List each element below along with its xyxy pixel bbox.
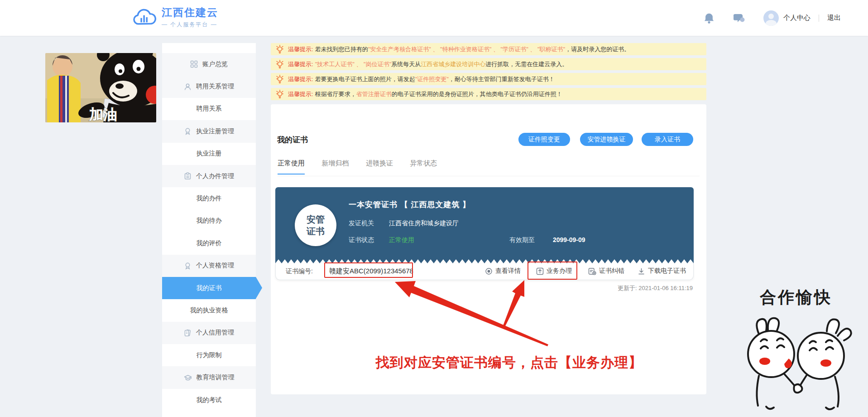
sidebar-item-label: 我的待办 [197, 217, 222, 225]
tip-label: 温馨提示: [288, 90, 313, 98]
eye-icon [485, 267, 493, 275]
tip-banner: 温馨提示: 根据省厅要求， 省管注册证书 的电子证书采用的是身份证照片，其他类电… [271, 88, 706, 100]
cert-number-value: 赣建安ABC(2099)12345678 [329, 267, 413, 276]
sidebar-item-label: 聘用关系 [197, 105, 222, 113]
badge-icon [184, 127, 192, 135]
sidebar-item-practice-reg-mgmt[interactable]: 执业注册管理 [162, 120, 256, 142]
cert-correction-action[interactable]: 证书纠错 [588, 267, 624, 275]
logo-subtitle: — 个人服务平台 — [162, 21, 218, 29]
sidebar-item-employment[interactable]: 聘用关系 [162, 98, 256, 120]
validity-row: 有效期至 2099-09-09 [509, 236, 585, 244]
certificate-title: 一本安管证书 【 江西思文建筑 】 [349, 199, 470, 210]
lightbulb-icon [276, 45, 283, 54]
tip-text: ，请及时录入您的证书。 [565, 45, 630, 53]
sidebar-item-label: 个人资格管理 [196, 262, 234, 270]
sidebar-item-my-certificates[interactable]: 我的证书 [162, 277, 256, 299]
certificate-badge: 安管 证书 [295, 204, 336, 246]
mascot-caption: 合作愉快 [737, 286, 855, 309]
valid-label: 有效期至 [509, 236, 551, 244]
tip-text: 若未找到您已持有的 [315, 45, 368, 53]
top-header: 江西住建云 — 个人服务平台 — 个人中心 退出 [0, 0, 868, 36]
issuer-row: 发证机关 江西省住房和城乡建设厅 [349, 219, 459, 228]
avatar[interactable] [763, 10, 779, 26]
sidebar-item-qualification-mgmt[interactable]: 个人资格管理 [162, 255, 256, 277]
tab-normal-use[interactable]: 正常使用 [278, 159, 305, 175]
upload-icon [536, 267, 544, 275]
mascot-block: 合作愉快 [737, 286, 855, 417]
sidebar-item-education-training-mgmt[interactable]: 教育培训管理 [162, 366, 256, 388]
tip-banner: 温馨提示: "技术工人证书" 、 "岗位证书" 系统每天从 江西省城乡建设培训中… [271, 58, 706, 70]
annotation-text: 找到对应安管证书编号，点击【业务办理】 [376, 354, 643, 372]
sidebar-item-my-cases[interactable]: 我的办件 [162, 187, 256, 209]
sidebar-item-credit-mgmt[interactable]: 个人信用管理 [162, 322, 256, 344]
person-icon [184, 83, 192, 91]
view-details-action[interactable]: 查看详情 [485, 267, 521, 275]
notification-bell-icon[interactable] [704, 13, 715, 24]
certificate-tabs: 正常使用 新增归档 进赣换证 异常状态 [278, 159, 700, 176]
action-label: 下载电子证书 [648, 267, 686, 275]
tip-text: 进行抓取，无需在住建云录入。 [485, 60, 568, 68]
certificate-action-bar: 证书编号: 赣建安ABC(2099)12345678 查看详情 业务办理 证书纠… [275, 263, 694, 280]
tip-text: 若要更换电子证书上面的照片，请发起 [315, 75, 415, 83]
sidebar-item-my-evaluation[interactable]: 我的评价 [162, 232, 256, 254]
app-logo[interactable]: 江西住建云 — 个人服务平台 — [133, 5, 218, 29]
message-icon[interactable] [734, 13, 744, 24]
sidebar-item-label: 个人信用管理 [196, 329, 234, 337]
tip-highlight: "安全生产考核合格证书" 、 "特种作业资格证书" 、 "学历证书" 、 "职称… [368, 45, 566, 53]
tips-list: 温馨提示: 若未找到您已持有的 "安全生产考核合格证书" 、 "特种作业资格证书… [271, 43, 706, 103]
tip-text: 根据省厅要求， [315, 90, 356, 98]
tip-label: 温馨提示: [288, 75, 313, 83]
graduation-cap-icon [184, 374, 192, 382]
valid-value: 2099-09-09 [553, 236, 585, 243]
tip-text: 的电子证书采用的是身份证照片，其他类电子证书仍沿用证件照！ [392, 90, 562, 98]
sidebar-item-my-practice-qualifications[interactable]: 我的执业资格 [162, 299, 256, 321]
tab-abnormal[interactable]: 异常状态 [410, 159, 437, 174]
tip-text: ，耐心等待主管部门重新签发电子证书！ [449, 75, 555, 83]
sidebar-item-account-overview[interactable]: 账户总览 [162, 53, 256, 75]
cert-number-label: 证书编号: [286, 267, 313, 276]
enter-certificate-button[interactable]: 录入证书 [642, 133, 693, 146]
badge-text: 证书 [307, 225, 325, 237]
sidebar-item-personal-cases-mgmt[interactable]: 个人办件管理 [162, 165, 256, 187]
sidebar-item-label: 执业注册管理 [196, 127, 234, 136]
page: 江西住建云 — 个人服务平台 — 个人中心 退出 [0, 0, 868, 417]
sidebar-item-label: 个人办件管理 [196, 172, 234, 180]
tip-org-link: 江西省城乡建设培训中心 [421, 60, 485, 68]
books-icon [184, 329, 192, 337]
mascot-illustration [737, 311, 855, 416]
badge-icon [184, 262, 192, 270]
logo-title: 江西住建云 [162, 5, 218, 19]
license-exchange-button[interactable]: 安管进赣换证 [580, 133, 633, 146]
sidebar-item-label: 我的证书 [197, 284, 222, 292]
tip-text: 系统每天从 [391, 60, 421, 68]
certificate-card: 安管 证书 一本安管证书 【 江西思文建筑 】 发证机关 江西省住房和城乡建设厅… [275, 187, 694, 259]
tab-new-archive[interactable]: 新增归档 [321, 159, 349, 174]
certificates-panel: 我的证书 证件照变更 安管进赣换证 录入证书 正常使用 新增归档 进赣换证 异常… [271, 104, 706, 394]
tab-exchange[interactable]: 进赣换证 [366, 159, 393, 174]
sidebar-item-label: 我的执业资格 [190, 306, 228, 315]
sidebar-item-practice-reg[interactable]: 执业注册 [162, 143, 256, 165]
sidebar-item-my-exams[interactable]: 我的考试 [162, 389, 256, 411]
lightbulb-icon [276, 75, 283, 84]
business-handle-action[interactable]: 业务办理 [536, 267, 572, 275]
sidebar-item-label: 我的办件 [197, 194, 222, 203]
logout-link[interactable]: 退出 [827, 14, 841, 22]
status-label: 证书状态 [349, 236, 387, 244]
tip-banner: 温馨提示: 若要更换电子证书上面的照片，请发起 "证件照变更" ，耐心等待主管部… [271, 73, 706, 85]
sidebar-item-label: 行为限制 [197, 351, 222, 359]
user-center-link[interactable]: 个人中心 [783, 14, 810, 22]
page-title: 我的证书 [277, 135, 308, 145]
error-doc-icon [588, 267, 596, 275]
sidebar-item-behavior-restriction[interactable]: 行为限制 [162, 344, 256, 366]
sidebar-item-label: 执业注册 [197, 150, 222, 158]
download-certificate-action[interactable]: 下载电子证书 [638, 267, 686, 275]
tip-banner: 温馨提示: 若未找到您已持有的 "安全生产考核合格证书" 、 "特种作业资格证书… [271, 43, 706, 55]
grid-icon [190, 60, 198, 68]
status-row: 证书状态 正常使用 [349, 236, 414, 244]
photo-change-button[interactable]: 证件照变更 [518, 133, 570, 146]
sidebar-item-employment-mgmt[interactable]: 聘用关系管理 [162, 75, 256, 97]
clipboard-icon [184, 172, 192, 180]
sidebar-item-label: 聘用关系管理 [196, 82, 234, 91]
sidebar-item-my-todo[interactable]: 我的待办 [162, 210, 256, 232]
sidebar-item-label: 账户总览 [202, 60, 228, 68]
